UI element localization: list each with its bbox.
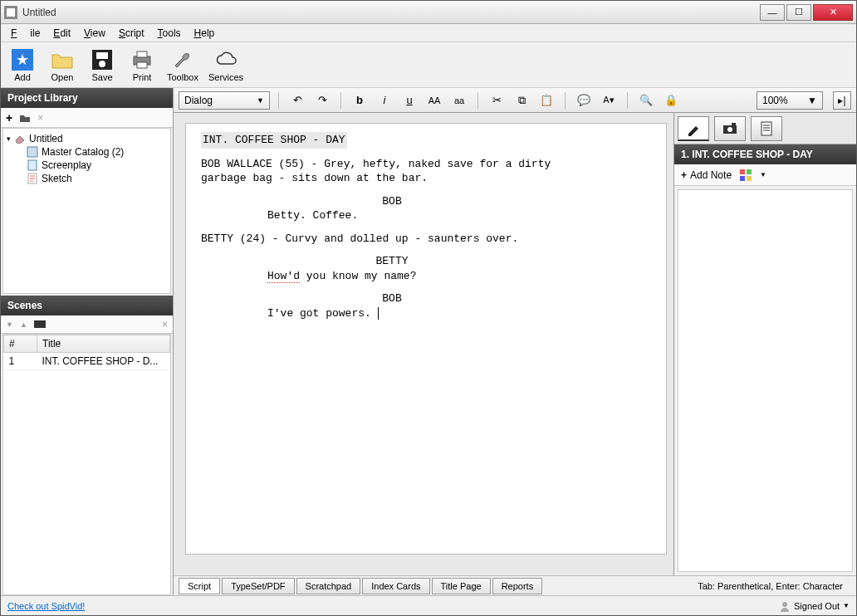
tab-typeset[interactable]: TypeSet/PDF — [222, 578, 294, 594]
dialog-line[interactable]: Betty. Coffee. — [201, 208, 517, 223]
wrench-icon — [171, 48, 194, 71]
notes-area[interactable] — [678, 189, 853, 572]
svg-rect-11 — [28, 160, 37, 170]
spidvid-link[interactable]: Check out SpidVid! — [7, 601, 85, 611]
svg-rect-5 — [96, 52, 108, 59]
add-note-button[interactable]: +Add Note — [681, 169, 732, 181]
minimize-button[interactable]: — — [760, 4, 785, 21]
expand-icon[interactable]: ▾ — [7, 134, 11, 143]
character-name[interactable]: BETTY — [201, 254, 583, 269]
library-tools: + × — [1, 108, 173, 128]
underline-button[interactable]: u — [399, 91, 419, 110]
table-row[interactable]: 1 INT. COFFEE SHOP - D... — [4, 353, 170, 370]
cut-button[interactable]: ✂ — [487, 91, 507, 110]
scene-table[interactable]: # Title 1 INT. COFFEE SHOP - D... — [2, 334, 171, 595]
svg-rect-10 — [27, 147, 37, 157]
bold-button[interactable]: b — [350, 91, 370, 110]
scene-heading[interactable]: INT. COFFEE SHOP - DAY — [201, 132, 347, 149]
toolbox-button[interactable]: Toolbox — [167, 48, 198, 82]
tab-title-page[interactable]: Title Page — [432, 578, 491, 594]
menu-tools[interactable]: Tools — [151, 26, 188, 41]
svg-rect-8 — [137, 51, 147, 57]
sketch-icon — [27, 173, 38, 184]
menu-help[interactable]: Help — [188, 26, 222, 41]
user-icon — [779, 600, 791, 612]
italic-button[interactable]: i — [375, 91, 394, 110]
scene-card-icon[interactable] — [34, 320, 46, 330]
services-button[interactable]: Services — [208, 48, 243, 82]
col-num[interactable]: # — [4, 335, 37, 353]
character-name[interactable]: BOB — [201, 291, 583, 306]
tab-scratchpad[interactable]: Scratchpad — [296, 578, 361, 594]
window-title: Untitled — [22, 7, 758, 18]
scenes-header: Scenes — [1, 296, 173, 315]
paste-button[interactable]: 📋 — [536, 91, 556, 110]
collapse-right-button[interactable]: ▸| — [833, 91, 851, 110]
lock-button[interactable]: 🔒 — [661, 91, 681, 110]
pencil-tab[interactable] — [678, 116, 709, 141]
chevron-down-icon: ▼ — [257, 96, 264, 105]
sign-in-status[interactable]: Signed Out▼ — [779, 600, 850, 612]
zoom-dropdown[interactable]: 100%▼ — [757, 91, 823, 110]
undo-button[interactable]: ↶ — [287, 91, 307, 110]
tab-index-cards[interactable]: Index Cards — [362, 578, 429, 594]
svg-rect-17 — [762, 122, 771, 135]
color-grid-icon[interactable] — [740, 169, 752, 181]
svg-point-22 — [782, 602, 787, 607]
editor-hint: Tab: Parenthetical, Enter: Character — [698, 581, 851, 591]
scene-down-icon[interactable]: ▼ — [6, 320, 13, 329]
lowercase-button[interactable]: aa — [449, 91, 469, 110]
camera-tab[interactable] — [714, 116, 746, 141]
element-type-dropdown[interactable]: Dialog▼ — [179, 91, 270, 110]
add-item-icon[interactable]: + — [6, 111, 12, 125]
svg-text:★: ★ — [16, 51, 29, 68]
text-style-button[interactable]: A▾ — [599, 91, 619, 110]
menu-file[interactable]: File — [4, 26, 47, 41]
svg-point-15 — [727, 127, 732, 132]
scenes-tools: ▼ ▲ × — [1, 315, 173, 334]
tab-script[interactable]: Script — [179, 578, 220, 594]
editor-scroll[interactable]: INT. COFFEE SHOP - DAY BOB WALLACE (55) … — [174, 113, 673, 575]
action-line[interactable]: garbage bag - sits down at the bar. — [201, 171, 651, 186]
add-button[interactable]: ★ Add — [7, 48, 37, 82]
svg-rect-13 — [34, 320, 46, 328]
chevron-down-icon: ▼ — [807, 95, 817, 106]
script-page[interactable]: INT. COFFEE SHOP - DAY BOB WALLACE (55) … — [185, 123, 667, 555]
menu-script[interactable]: Script — [112, 26, 151, 41]
maximize-button[interactable]: ☐ — [786, 4, 811, 21]
tree-root[interactable]: ▾ Untitled — [7, 132, 167, 145]
tree-item[interactable]: Screenplay — [7, 159, 167, 172]
redo-button[interactable]: ↷ — [312, 91, 332, 110]
comment-button[interactable]: 💬 — [574, 91, 594, 110]
project-tree[interactable]: ▾ Untitled Master Catalog (2) Screenplay… — [2, 128, 171, 294]
right-tabs — [674, 113, 856, 144]
menu-edit[interactable]: Edit — [47, 26, 77, 41]
print-button[interactable]: Print — [127, 48, 157, 82]
tab-reports[interactable]: Reports — [492, 578, 543, 594]
catalog-icon — [27, 146, 38, 158]
uppercase-button[interactable]: AA — [424, 91, 444, 110]
scene-up-icon[interactable]: ▲ — [20, 320, 27, 329]
scene-close-icon[interactable]: × — [162, 319, 168, 330]
open-button[interactable]: Open — [47, 48, 77, 82]
dialog-line[interactable]: I've got powers. — [201, 306, 517, 321]
text-cursor — [371, 307, 379, 320]
menu-view[interactable]: View — [77, 26, 112, 41]
eraser-icon — [14, 133, 26, 144]
col-title[interactable]: Title — [37, 335, 170, 353]
document-tab[interactable] — [751, 116, 782, 141]
save-button[interactable]: Save — [87, 48, 117, 82]
dialog-line[interactable]: How'd you know my name? — [201, 269, 517, 284]
action-line[interactable]: BETTY (24) - Curvy and dolled up - saunt… — [201, 232, 651, 247]
tree-item[interactable]: Master Catalog (2) — [7, 145, 167, 159]
action-line[interactable]: BOB WALLACE (55) - Grey, hefty, naked sa… — [201, 157, 651, 172]
copy-button[interactable]: ⧉ — [512, 91, 531, 110]
remove-item-icon[interactable]: × — [37, 112, 43, 124]
svg-rect-16 — [732, 123, 736, 126]
dropdown-arrow-icon[interactable]: ▼ — [760, 171, 766, 178]
folder-small-icon[interactable] — [19, 113, 31, 123]
tree-item[interactable]: Sketch — [7, 172, 167, 185]
close-button[interactable]: ✕ — [813, 4, 853, 21]
search-button[interactable]: 🔍 — [636, 91, 656, 110]
character-name[interactable]: BOB — [201, 194, 583, 209]
